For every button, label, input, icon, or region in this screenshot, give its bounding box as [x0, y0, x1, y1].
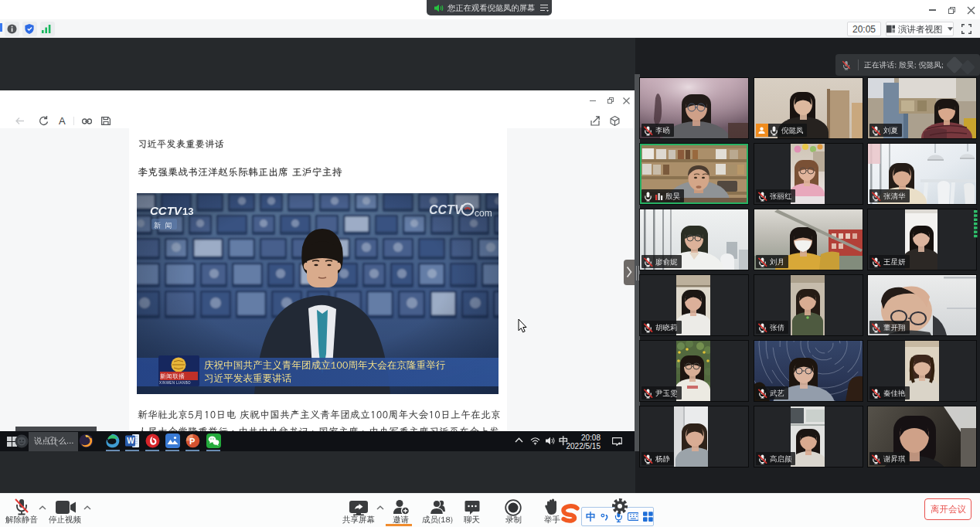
svg-text:CCTV: CCTV: [429, 203, 464, 216]
svg-text:com: com: [475, 208, 492, 219]
svg-text:P: P: [189, 437, 195, 446]
svg-text:13: 13: [182, 206, 193, 217]
svg-text:W: W: [127, 437, 134, 445]
svg-text:CCTV: CCTV: [150, 204, 183, 217]
